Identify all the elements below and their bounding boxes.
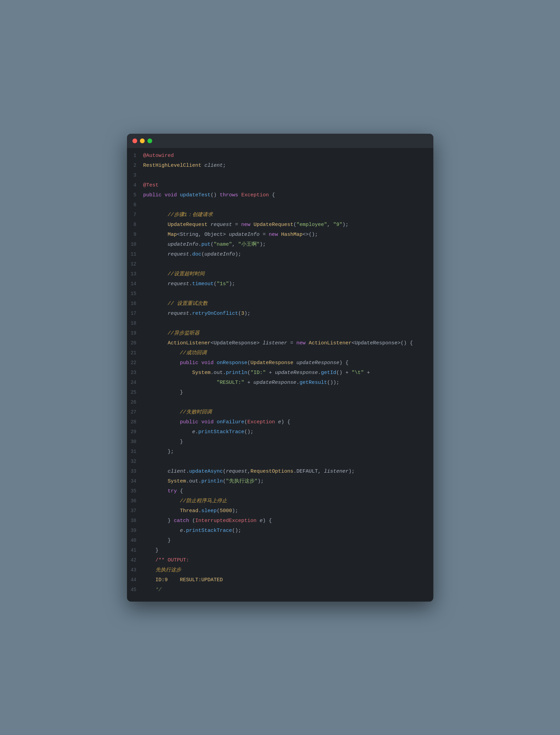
line-number: 8	[127, 220, 143, 229]
token: "小王啊"	[238, 242, 260, 247]
token: (	[211, 242, 214, 247]
token: public	[180, 360, 198, 366]
token: catch	[174, 518, 189, 524]
line-number: 14	[127, 279, 143, 288]
token: RestHighLevelClient	[143, 163, 202, 168]
token: void	[165, 192, 177, 198]
token	[278, 232, 281, 238]
token: // 设置重试次数	[168, 301, 208, 307]
token	[143, 478, 168, 484]
token: }	[143, 439, 183, 445]
line-content	[143, 260, 433, 269]
token: .	[186, 478, 189, 484]
code-line: 39 e.printStackTrace();	[127, 526, 433, 536]
code-line: 23 System.out.println("ID:" + updateResp…	[127, 368, 433, 378]
code-line: 3	[127, 170, 433, 180]
line-number: 35	[127, 487, 143, 495]
code-line: 41 }	[127, 545, 433, 555]
token: "employee"	[297, 222, 327, 228]
code-line: 20 ActionListener<UpdateResponse> listen…	[127, 338, 433, 348]
line-content: e.printStackTrace();	[143, 526, 433, 535]
token: updateResponse	[297, 360, 339, 366]
token: .	[198, 508, 202, 514]
token: (	[247, 370, 251, 376]
token: "\t"	[352, 370, 364, 376]
token: );	[229, 281, 235, 287]
code-line: 16 // 设置重试次数	[127, 299, 433, 309]
code-line: 35 try {	[127, 486, 433, 496]
token	[143, 567, 156, 573]
token: sleep	[202, 508, 217, 514]
token: println	[226, 370, 247, 376]
token: .	[211, 370, 214, 376]
token: RequestOptions	[251, 469, 293, 474]
line-content: "RESULT:" + updateResponse.getResult());	[143, 378, 433, 387]
token: ();	[244, 429, 254, 435]
token: .	[293, 469, 297, 474]
line-number: 7	[127, 210, 143, 219]
token: ());	[327, 380, 339, 386]
line-number: 42	[127, 556, 143, 565]
token: 5000	[220, 508, 232, 514]
token: System	[168, 478, 186, 484]
token	[306, 340, 309, 346]
token: 先执行这步	[156, 567, 181, 573]
token: //成功回调	[180, 350, 207, 356]
line-content: }	[143, 546, 433, 555]
token: ,	[232, 242, 238, 247]
code-line: 13 //设置超时时间	[127, 269, 433, 279]
token: client	[205, 163, 223, 168]
token: InterruptedException	[195, 518, 257, 524]
line-content: // 设置重试次数	[143, 299, 433, 308]
token	[143, 222, 168, 228]
code-line: 32	[127, 457, 433, 467]
line-number: 41	[127, 546, 143, 555]
token: +	[266, 370, 275, 376]
token: DEFAULT	[297, 469, 318, 474]
token: void	[202, 360, 214, 366]
token: "ID:"	[251, 370, 266, 376]
close-button[interactable]	[132, 138, 137, 143]
line-number: 26	[127, 398, 143, 407]
code-line: 38 } catch (InterruptedException e) {	[127, 516, 433, 526]
line-content: public void onFailure(Exception e) {	[143, 418, 433, 427]
minimize-button[interactable]	[140, 138, 145, 143]
line-content: ActionListener<UpdateResponse> listener …	[143, 339, 433, 348]
token: );	[349, 469, 355, 474]
token: UpdateResponse	[251, 360, 293, 366]
line-content: Thread.sleep(5000);	[143, 507, 433, 516]
line-content: //异步监听器	[143, 329, 433, 338]
code-line: 43 先执行这步	[127, 565, 433, 575]
token: doc	[192, 251, 202, 257]
token: put	[202, 242, 211, 247]
token: e	[192, 429, 195, 435]
token: ;	[223, 163, 226, 168]
token: }	[143, 538, 171, 543]
token: e	[180, 528, 183, 534]
token	[143, 232, 168, 238]
token: );	[244, 311, 251, 316]
token	[177, 192, 180, 198]
token: updateInfo	[205, 251, 235, 257]
token: );	[235, 251, 241, 257]
maximize-button[interactable]	[147, 138, 152, 143]
line-content: } catch (InterruptedException e) {	[143, 517, 433, 525]
token	[162, 192, 165, 198]
token: updateAsync	[189, 469, 223, 474]
token: throws	[220, 192, 238, 198]
line-content: public void updateTest() throws Exceptio…	[143, 191, 433, 200]
token: UpdateRequest	[168, 222, 208, 228]
token: out	[189, 478, 198, 484]
line-content: @Test	[143, 181, 433, 190]
token: );	[232, 508, 238, 514]
token	[238, 192, 241, 198]
code-line: 29 e.printStackTrace();	[127, 427, 433, 437]
line-number: 27	[127, 408, 143, 416]
line-number: 40	[127, 536, 143, 545]
code-line: 33 client.updateAsync(request,RequestOpt…	[127, 467, 433, 476]
token: ) {	[281, 419, 290, 425]
code-line: 17 request.retryOnConflict(3);	[127, 309, 433, 318]
line-content: try {	[143, 487, 433, 496]
token: +	[244, 380, 254, 386]
token: getId	[321, 370, 336, 376]
